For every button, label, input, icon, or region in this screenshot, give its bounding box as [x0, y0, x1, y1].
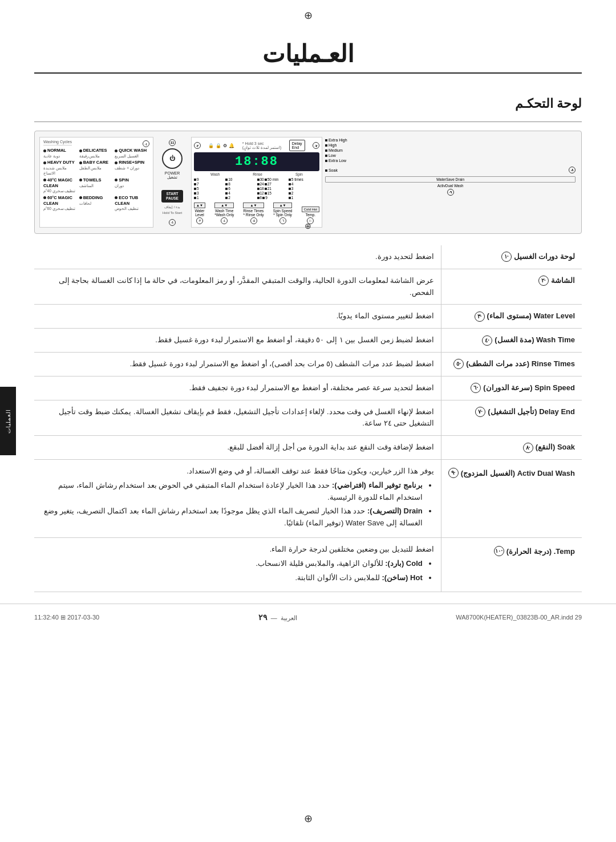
soak-label: Soak: [325, 168, 338, 172]
row9-num: Activ Dual Wash (الغسيل المزدوج) ·٩: [441, 459, 582, 537]
row2-label: الشاشة: [551, 275, 575, 287]
row3-desc: اضغط لتغيير مستوى الماء يدويًا.: [34, 305, 441, 329]
table-row-1: لوحة دورات الغسيل ·١ اضغط لتحديد دورة.: [34, 245, 582, 269]
row9-bullet-1: برنامج توفير الماء (افتراضي): حدد هذا ال…: [41, 480, 423, 504]
row10-bullet-2: Hot (ساخن): للملابس ذات الألوان الثابتة.: [41, 572, 423, 584]
row8-badge: ·٨: [523, 443, 533, 453]
start-pause-button[interactable]: STARTPAUSE: [161, 190, 183, 203]
page-header: ⊕ العـمليات: [0, 0, 616, 96]
cycle-bedding: BEDDING لحافات: [79, 195, 114, 212]
row8-label: Soak (النقع): [536, 442, 575, 454]
opt-low: Low: [325, 153, 576, 157]
row5-badge: ·٥: [453, 359, 464, 369]
panel-num-3c: ·٣: [196, 217, 203, 224]
cycle-spin: SPIN دوران: [115, 177, 149, 194]
table-row-10: Temp. (درجة الحرارة) ·١٠ اضغط للتبديل بي…: [34, 537, 582, 592]
row1-desc: اضغط لتحديد دورة.: [34, 245, 441, 269]
row6-num: Spin Speed (سرعة الدوران) ·٦: [441, 376, 582, 400]
table-row-7: Delay End (تأجيل التشغيل) ·٧ اضغط لإنهاء…: [34, 400, 582, 436]
row7-label: Delay End (تأجيل التشغيل): [488, 406, 575, 418]
footer-page-num: ٢٩: [258, 613, 268, 622]
water-level-ctrl[interactable]: ▲▼ WaterLevel ·٣: [194, 203, 205, 225]
watersave-drain: WaterSave Drain: [325, 176, 576, 183]
row3-badge: ·٣: [475, 311, 485, 322]
row10-bullets: Cold (بارد): للألوان الزاهية، والملابس ق…: [41, 558, 434, 584]
reg-mark-panel: ⊕: [305, 221, 311, 230]
table-row-9: Activ Dual Wash (الغسيل المزدوج) ·٩ يوفر…: [34, 459, 582, 537]
rinse-label: Rinse: [253, 172, 262, 176]
footer-timestamp: 2017-03-30 ⊞ 11:32:40: [34, 614, 99, 621]
panel-num-1f: ·١: [169, 219, 176, 226]
speed-options: Extra High High Medium Low Extra Low: [325, 138, 576, 163]
row4-desc: اضغط لضبط زمن الغسل بين ١ إلى ٥٠ دقيقة، …: [34, 329, 441, 353]
col3: 30 50 min 24 27 18 21 12 15 6 9: [257, 177, 288, 200]
panel-num-9: ·٩: [447, 189, 454, 196]
col1: 9 7 5 3 1: [194, 177, 225, 200]
opt-extra-low: Extra Low: [325, 159, 576, 163]
table-row-4: Wash Time (مدة الغسل) ·٤ اضغط لضبط زمن ا…: [34, 329, 582, 353]
cycle-babycare: BABY CARE ملابس الطفل: [79, 160, 114, 176]
row9-bullet-2: Drain (التصريف): حدد هذا الخيار لتصريف ا…: [41, 505, 423, 529]
rinse-times-ctrl[interactable]: ▲▼ Rinse Times* Rinse Only ·٥: [243, 203, 264, 225]
row10-num: Temp. (درجة الحرارة) ·١٠: [441, 537, 582, 592]
display-section: ·٢ 🔒🔒⚙🔔 * Hold 3 sec(استمر لمدة ثلاث ثوا…: [191, 137, 322, 228]
reg-mark-bottom: ⊕: [304, 812, 313, 825]
row7-badge: ·٧: [475, 407, 485, 417]
display-icons: 🔒🔒⚙🔔: [208, 143, 234, 148]
display-labels-row: Wash Rinse Spin: [194, 172, 319, 176]
row10-label: Temp. (درجة الحرارة): [506, 546, 575, 558]
cycle-delicates: DELICATES ملابس رقيقة: [79, 148, 114, 159]
row2-num: الشاشة ·٢: [441, 269, 582, 305]
row9-bullets: برنامج توفير الماء (افتراضي): حدد هذا ال…: [41, 480, 434, 529]
hold3sec-label: * Hold 3 sec(استمر لمدة ثلاث ثوانٍ): [242, 141, 282, 150]
cycle-quickwash: QUICK WASH الغسيل السريع: [115, 148, 149, 159]
table-row-6: Spin Speed (سرعة الدوران) ·٦ اضغط لتحديد…: [34, 376, 582, 400]
power-button[interactable]: ⏻: [162, 148, 183, 169]
opt-medium: Medium: [325, 148, 576, 152]
spin-speed-ctrl[interactable]: ▲▼ Spin Speed* Spin Only ·٦: [273, 203, 293, 225]
cycle-ecotub: ECO TUB CLEAN تنظيف الحوض: [115, 195, 149, 212]
options-section: Extra High High Medium Low Extra Low Soa…: [324, 137, 577, 228]
row9-badge: ·٩: [448, 468, 459, 478]
footer-filename: WA8700K(HEATER)_03823B-00_AR.indd 29: [456, 614, 582, 621]
wash-label: Wash: [210, 172, 220, 176]
table-row-2: الشاشة ·٢ عرض الشاشة لمعلومات الدورة الح…: [34, 269, 582, 305]
cycles-title: Washing Cycles: [43, 140, 72, 145]
spin-label: Spin: [295, 172, 303, 176]
wash-time-ctrl[interactable]: ▲▼ Wash Time*Wash Only ·٤: [214, 203, 234, 225]
cycle-normal: NORMAL دوبة عادية: [43, 148, 78, 159]
section-title: لوحة التحكـم: [0, 96, 616, 117]
delay-end-box[interactable]: DelayEnd: [289, 140, 305, 151]
row1-label: لوحة دورات الغسيل: [514, 251, 575, 263]
cycle-rinsespin: RINSE+SPIN دوران + شطف: [115, 160, 149, 176]
panel-num-8: ·٨: [569, 167, 576, 173]
side-bar: العمليات: [0, 387, 16, 455]
row5-num: Rinse Times (عدد مرات الشطف) ·٥: [441, 352, 582, 376]
reg-mark-top: ⊕: [304, 10, 313, 21]
start-label: بدء / إيقاف: [164, 205, 180, 209]
cycles-section: Washing Cycles ·١ NORMAL دوبة عادية DELI…: [39, 137, 153, 228]
display-screen: 18:88: [194, 152, 319, 171]
row8-desc: اضغط لإضافة وقت النقع عند بداية الدورة م…: [34, 436, 441, 460]
row10-bullet-1: Cold (بارد): للألوان الزاهية، والملابس ق…: [41, 558, 423, 570]
activ-dual-row: WaterSave Drain ActivDual Wash ·٩: [325, 176, 576, 196]
bottom-controls-row: ▲▼ WaterLevel ·٣ ▲▼ Wash Time*Wash Only …: [194, 203, 319, 225]
soak-row: Soak ·٨: [325, 167, 576, 173]
table-row-5: Rinse Times (عدد مرات الشطف) ·٥ اضغط لضب…: [34, 352, 582, 376]
row1-num: لوحة دورات الغسيل ·١: [441, 245, 582, 269]
panel-num-4c: ·٤: [221, 217, 228, 224]
row2-desc: عرض الشاشة لمعلومات الدورة الحالية، والو…: [34, 269, 441, 305]
panel-num-11: 11: [169, 139, 176, 146]
display-top-row: ·٢ 🔒🔒⚙🔔 * Hold 3 sec(استمر لمدة ثلاث ثوا…: [194, 140, 319, 151]
table-row-3: Water Level (مستوى الماء) ·٣ اضغط لتغيير…: [34, 305, 582, 329]
row5-desc: اضغط لضبط عدد مرات الشطف (٥ مرات بحد أقص…: [34, 352, 441, 376]
row4-label: Wash Time (مدة الغسل): [495, 334, 575, 346]
row6-label: Spin Speed (سرعة الدوران): [483, 382, 575, 394]
instructions-table: لوحة دورات الغسيل ·١ اضغط لتحديد دورة. ا…: [34, 245, 582, 592]
cycles-grid: NORMAL دوبة عادية DELICATES ملابس رقيقة …: [43, 148, 149, 212]
row4-num: Wash Time (مدة الغسل) ·٤: [441, 329, 582, 353]
control-panel: Washing Cycles ·١ NORMAL دوبة عادية DELI…: [34, 131, 582, 234]
num-grid: 9 7 5 3 1 10 8 6 4 2 30 50 min 24 27 18 …: [194, 177, 319, 200]
row10-badge: ·١٠: [494, 546, 504, 556]
row1-badge: ·١: [501, 252, 512, 262]
